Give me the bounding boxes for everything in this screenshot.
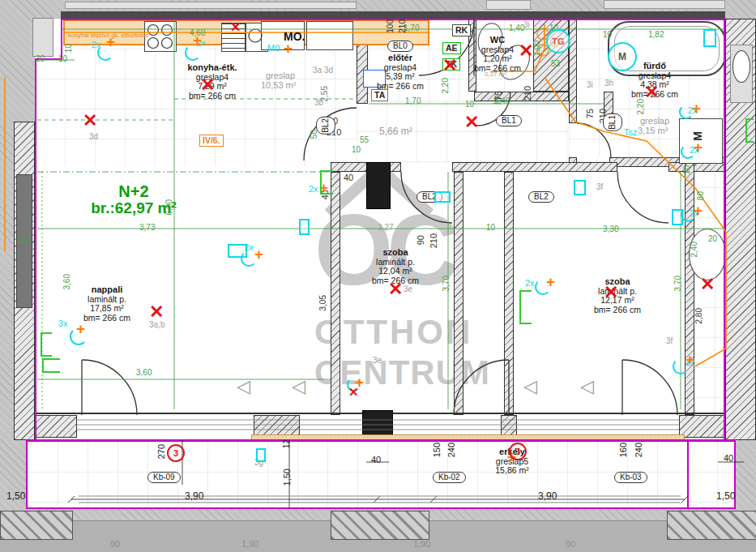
neighbor-basin: [733, 50, 750, 83]
neighbor-strip-top3: [604, 0, 725, 9]
demolition-x-mark: ✕: [348, 386, 359, 398]
fixture-cross: +: [284, 41, 293, 56]
boundary-left-upper: [61, 19, 62, 58]
text-label: 10: [58, 55, 67, 63]
text-label: 3e: [404, 285, 412, 293]
text-label: 10: [683, 165, 691, 174]
room-rn: WC: [474, 36, 521, 45]
text-label: 12: [283, 439, 291, 448]
reference-tag: Kb-03: [614, 472, 647, 483]
text-label: greslap: [640, 117, 669, 126]
plan-title: N+2 br.:62,97 m²: [91, 183, 177, 217]
room-rn: nappali: [83, 285, 130, 295]
text-label: 3h: [604, 79, 613, 88]
room-ra: 12,04 m²: [372, 267, 419, 276]
text-label: 10,53 m²: [261, 81, 296, 90]
fixture-cross: +: [546, 274, 555, 289]
text-label: 30: [36, 55, 45, 63]
text-label: 3f: [666, 337, 673, 345]
text-label: 3i: [587, 81, 593, 89]
text-label: 150: [433, 443, 442, 457]
reference-tag: BL1: [496, 115, 522, 126]
legend-tag: RK: [452, 24, 471, 36]
text-label: 10: [603, 31, 612, 39]
neighbor-kitchen-box: [32, 18, 53, 57]
text-label: 2,40: [690, 242, 698, 257]
text-label: 1,50: [283, 469, 292, 486]
fixture-cross: +: [106, 34, 115, 49]
text-label: 1,50: [716, 491, 735, 501]
text-label: 3,70: [674, 276, 682, 291]
reference-tag: BL1: [603, 113, 622, 131]
legend-tag: AE: [442, 42, 461, 54]
text-label: 3,90: [185, 491, 203, 501]
demolition-x-mark: ✕: [644, 83, 659, 101]
bath-left-wall: [569, 19, 577, 123]
fixture-cross: +: [193, 32, 202, 48]
legend-tag: TA: [371, 89, 388, 101]
text-label: 1,00: [533, 41, 541, 56]
circled-number-mark: 3: [167, 444, 185, 462]
text-label: 75: [586, 109, 595, 118]
stairs-left: [0, 511, 73, 540]
text-label: 100: [387, 19, 395, 33]
text-label: 240: [634, 443, 643, 457]
room-ra: 15,86 m²: [495, 466, 528, 476]
text-label: 10: [65, 44, 73, 53]
text-label: 1,90: [241, 540, 258, 549]
text-label: 3i: [523, 21, 530, 29]
text-label: 10: [486, 224, 495, 232]
text-label: 0,27 m²: [485, 71, 506, 78]
floor-plan-canvas: OC OTTHON CENTRUM: [0, 0, 756, 552]
fixture-rect: [299, 219, 310, 235]
room-rn: szoba: [372, 248, 419, 258]
text-label: M0: [267, 44, 280, 53]
room-rh: bm= 266 cm: [594, 306, 641, 315]
text-label: 2,20: [442, 78, 450, 93]
fixture-cross: +: [76, 321, 85, 336]
szoba1-right-wall: [454, 172, 463, 415]
reference-tag: Kb-02: [433, 472, 466, 483]
fixture-rect: [256, 448, 266, 462]
demolition-x-mark: ✕: [519, 42, 533, 60]
text-label: 1,50: [6, 491, 25, 501]
structural-column-top: [366, 162, 391, 209]
text-label: 3,73: [139, 224, 155, 232]
boundary-right: [724, 19, 725, 440]
boundary-balcony-top: [26, 439, 736, 441]
text-label: 3e: [373, 357, 382, 365]
stairs-right: [667, 511, 756, 540]
reference-tag: BL2: [528, 191, 554, 203]
demolition-x-mark: ✕: [464, 113, 479, 131]
text-label: 55: [360, 136, 369, 144]
text-label: 3a,b: [149, 321, 164, 329]
stairs-center: [331, 511, 429, 540]
neighbor-strip-top2: [486, 0, 531, 10]
equipment-circle: M: [608, 42, 637, 71]
text-label: 90: [566, 540, 575, 549]
text-label: 40: [344, 173, 353, 182]
text-label: 3f: [596, 183, 603, 191]
room-label: nappalilaminált p.17,85 m²bm= 266 cm: [83, 285, 130, 323]
radiator-symbol: [320, 170, 333, 195]
plan-gross-area: br.:62,97 m²: [91, 199, 177, 217]
text-label: 210: [429, 233, 438, 248]
room-ra: 1,20 m²: [474, 54, 521, 64]
demolition-x-mark: ✕: [700, 276, 715, 293]
radiator-symbol: [41, 332, 52, 357]
structural-column-bottom: [362, 410, 393, 438]
fixture-rect: [434, 191, 451, 203]
text-label: 3,60: [136, 369, 152, 377]
demolition-x-mark: ✕: [149, 303, 164, 321]
fixture-cross: +: [686, 352, 694, 367]
demolition-x-mark: ✕: [388, 280, 403, 298]
equipment-circle: TG: [546, 29, 570, 53]
text-label: 3,60: [63, 274, 71, 289]
text-label: 3,15 m²: [638, 126, 668, 135]
text-label: 20: [708, 235, 717, 243]
text-label: 3,27: [378, 224, 393, 232]
text-label: 3,05: [319, 295, 327, 310]
demolition-x-mark: ✕: [230, 21, 241, 34]
text-label: 6,00: [165, 199, 173, 215]
neighbor-strip-top: [65, 2, 357, 9]
